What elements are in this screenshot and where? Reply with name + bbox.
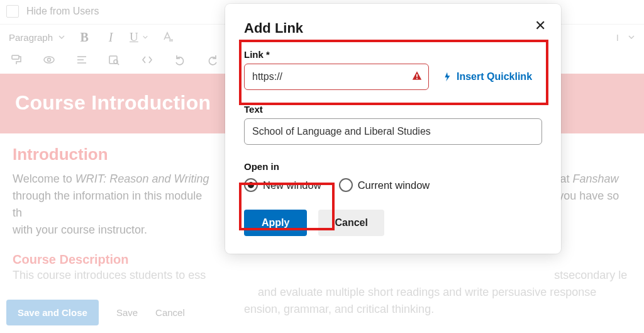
link-field-label: Link * (244, 49, 542, 60)
school-name: Fanshaw (572, 172, 618, 185)
banner-title: Course Introduction (15, 91, 211, 114)
source-code-button[interactable] (140, 52, 155, 67)
dialog-title: Add Link (244, 20, 542, 37)
underline-button[interactable]: U (130, 30, 148, 44)
text-fragment: through the information in this module (13, 189, 202, 202)
text-color-button[interactable] (160, 30, 175, 45)
cancel-button[interactable]: Cancel (155, 307, 185, 318)
svg-point-2 (44, 57, 54, 63)
add-link-dialog: Add Link ✕ Link * Insert Quicklink Text … (225, 4, 561, 254)
link-input[interactable] (244, 64, 429, 90)
text-fragment: stsecondary le (554, 269, 627, 281)
intro-text: Welcome to (13, 172, 75, 185)
italic-button[interactable]: I (103, 30, 118, 45)
hide-from-users-checkbox[interactable] (6, 5, 19, 18)
course-name: WRIT: Reason and Writing (75, 172, 209, 185)
quicklink-label: Insert Quicklink (457, 71, 532, 82)
text-fragment: This course introduces students to ess (13, 269, 206, 281)
close-icon[interactable]: ✕ (535, 18, 546, 34)
font-dropdown[interactable]: I (616, 32, 619, 43)
modal-cancel-button[interactable]: Cancel (318, 210, 384, 236)
radio-label: New window (263, 179, 321, 191)
undo-button[interactable] (172, 52, 187, 67)
redo-button[interactable] (205, 52, 220, 67)
alert-icon (411, 71, 423, 84)
link-text-input[interactable] (244, 118, 542, 145)
chevron-down-icon (58, 33, 65, 41)
preview-button[interactable] (42, 52, 57, 67)
svg-rect-1 (12, 55, 19, 59)
format-painter-button[interactable] (9, 52, 24, 67)
save-and-close-button[interactable]: Save and Close (6, 300, 99, 325)
openin-new-window-radio[interactable]: New window (244, 178, 321, 192)
svg-rect-0 (169, 39, 173, 42)
svg-point-3 (48, 59, 51, 62)
svg-rect-6 (416, 74, 418, 77)
chevron-down-icon (142, 34, 148, 40)
chevron-down-icon (628, 33, 635, 41)
openin-current-window-radio[interactable]: Current window (339, 178, 430, 192)
insert-quicklink-button[interactable]: Insert Quicklink (441, 71, 532, 82)
text-field-label: Text (244, 104, 542, 115)
paragraph-dropdown[interactable]: Paragraph (9, 32, 65, 43)
quicklink-icon (441, 71, 453, 82)
radio-label: Current window (358, 179, 430, 191)
apply-button[interactable]: Apply (244, 210, 307, 236)
hide-from-users-label: Hide from Users (26, 6, 99, 17)
paragraph-label: Paragraph (9, 32, 53, 43)
openin-label: Open in (244, 161, 542, 172)
search-button[interactable] (107, 52, 122, 67)
bold-button[interactable]: B (77, 30, 92, 45)
svg-rect-7 (416, 78, 418, 79)
align-button[interactable] (74, 52, 89, 67)
subheading: Course Description (13, 252, 631, 267)
save-button[interactable]: Save (116, 307, 138, 318)
